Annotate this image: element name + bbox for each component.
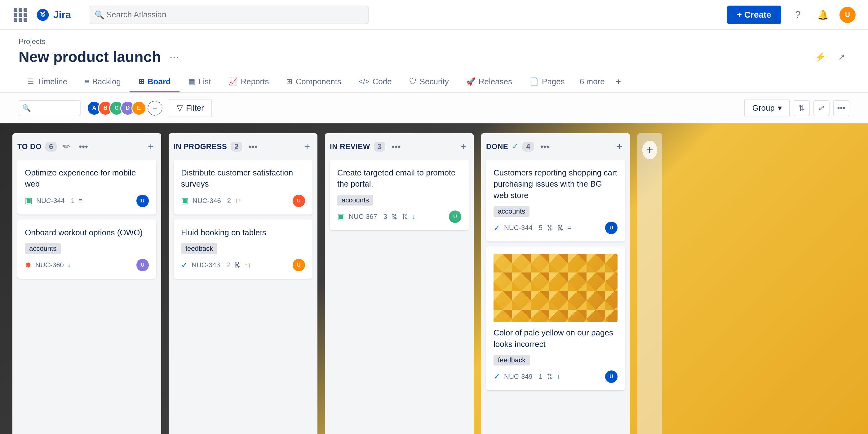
column-todo-add[interactable]: + bbox=[145, 140, 156, 153]
story-icon-2: ▣ bbox=[181, 196, 189, 206]
card-todo-1-count: 1 bbox=[71, 197, 75, 205]
lightning-icon: ⚡ bbox=[815, 52, 826, 62]
tab-pages[interactable]: 📄 Pages bbox=[521, 72, 574, 92]
card-todo-2-tag: accounts bbox=[25, 243, 61, 254]
notifications-button[interactable]: 🔔 bbox=[815, 7, 831, 23]
card-progress-2-tag: feedback bbox=[181, 243, 217, 254]
card-todo-2-avatar: U bbox=[136, 259, 149, 271]
story-icon: ▣ bbox=[25, 196, 33, 206]
search-input[interactable] bbox=[90, 6, 369, 24]
pages-icon: 📄 bbox=[529, 77, 539, 86]
jira-logo[interactable]: Jira bbox=[36, 8, 71, 22]
column-done-add[interactable]: + bbox=[614, 140, 625, 153]
column-in-review-add[interactable]: + bbox=[458, 140, 469, 153]
nav-left: Jira bbox=[12, 7, 71, 23]
board-search-icon: 🔍 bbox=[22, 104, 31, 112]
card-todo-1-footer: ▣ NUC-344 1 ≡ U bbox=[25, 195, 149, 207]
card-progress-2-avatar: U bbox=[292, 259, 305, 271]
column-in-progress-add[interactable]: + bbox=[302, 140, 312, 153]
group-button[interactable]: Group ▾ bbox=[744, 99, 790, 117]
card-done-1[interactable]: Customers reporting shopping cart purcha… bbox=[486, 160, 625, 242]
top-navigation: Jira 🔍 + Create ? 🔔 U bbox=[0, 0, 868, 30]
column-todo-more[interactable]: ••• bbox=[76, 141, 90, 153]
tab-components-label: Components bbox=[296, 77, 341, 87]
add-column-button[interactable]: + bbox=[642, 141, 657, 159]
column-todo-edit[interactable]: ✏ bbox=[60, 140, 72, 153]
tab-timeline[interactable]: ☰ Timeline bbox=[19, 72, 76, 92]
card-done-1-footer: ✓ NUC-344 5 ⛕ ⛕ = U bbox=[494, 222, 618, 234]
tab-pages-label: Pages bbox=[542, 77, 565, 87]
sliders-icon: ⇅ bbox=[798, 103, 805, 113]
avatar-filter-5[interactable]: E bbox=[131, 101, 146, 116]
lightning-button[interactable]: ⚡ bbox=[812, 49, 828, 65]
column-done-count: 4 bbox=[522, 142, 534, 152]
column-in-progress-more[interactable]: ••• bbox=[246, 141, 260, 153]
tab-components[interactable]: ⊞ Components bbox=[277, 72, 350, 92]
column-done: DONE ✓ 4 ••• + Customers reporting shopp… bbox=[481, 133, 630, 434]
tab-board[interactable]: ⊞ Board bbox=[130, 72, 180, 92]
card-todo-2-footer: ✸ NUC-360 ↓ U bbox=[25, 259, 149, 271]
card-progress-2-title: Fluid booking on tablets bbox=[181, 227, 305, 238]
card-done-2-image-inner bbox=[494, 254, 618, 322]
column-todo-header: TO DO 6 ✏ ••• + bbox=[18, 140, 156, 153]
filter-icon: ▽ bbox=[177, 103, 183, 113]
code-icon: </> bbox=[359, 77, 370, 86]
overflow-button[interactable]: ••• bbox=[833, 100, 849, 116]
card-todo-1[interactable]: Optimize experience for mobile web ▣ NUC… bbox=[18, 160, 156, 215]
help-button[interactable]: ? bbox=[790, 7, 806, 23]
board-toolbar: 🔍 A B C D E + ▽ Filter Group ▾ ⇅ ⤢ ••• bbox=[0, 93, 868, 123]
column-in-progress-title: IN PROGRESS bbox=[174, 142, 227, 151]
board-area: TO DO 6 ✏ ••• + Optimize experience for … bbox=[0, 123, 868, 434]
project-more-button[interactable]: ··· bbox=[166, 49, 183, 65]
card-done-2-title: Color of pale yellow on our pages looks … bbox=[494, 327, 618, 350]
tab-releases[interactable]: 🚀 Releases bbox=[458, 72, 521, 92]
settings-button[interactable]: ⇅ bbox=[794, 100, 810, 116]
column-in-progress-header: IN PROGRESS 2 ••• + bbox=[174, 140, 312, 153]
branch-icon-4: ⛕ bbox=[546, 224, 553, 232]
add-avatar-button[interactable]: + bbox=[148, 101, 162, 116]
user-avatar[interactable]: U bbox=[839, 7, 856, 23]
share-button[interactable]: ↗ bbox=[833, 49, 849, 65]
tab-backlog[interactable]: ≡ Backlog bbox=[76, 72, 130, 92]
card-done-2-footer: ✓ NUC-349 1 ⛕ ↓ U bbox=[494, 370, 618, 383]
more-tabs-button[interactable]: 6 more bbox=[574, 72, 611, 92]
card-review-1[interactable]: Create targeted email to promote the por… bbox=[330, 160, 469, 230]
fullscreen-button[interactable]: ⤢ bbox=[813, 100, 830, 116]
task-icon-2: ✓ bbox=[494, 223, 500, 233]
tab-reports-label: Reports bbox=[241, 77, 269, 87]
bell-icon: 🔔 bbox=[817, 9, 829, 20]
card-done-2-image bbox=[494, 254, 618, 322]
column-in-review-title: IN REVIEW bbox=[330, 142, 370, 151]
tab-list[interactable]: ▤ List bbox=[180, 72, 219, 92]
timeline-icon: ☰ bbox=[27, 77, 34, 86]
breadcrumb[interactable]: Projects bbox=[19, 37, 849, 46]
releases-icon: 🚀 bbox=[466, 77, 475, 86]
filter-button[interactable]: ▽ Filter bbox=[168, 99, 212, 117]
search-icon: 🔍 bbox=[95, 10, 104, 20]
card-todo-2-id: NUC-360 bbox=[35, 261, 64, 269]
tree-icon: ⛕ bbox=[401, 213, 408, 221]
card-review-1-count: 3 bbox=[383, 213, 387, 221]
card-progress-2[interactable]: Fluid booking on tablets feedback ✓ NUC-… bbox=[174, 219, 312, 279]
card-done-1-id: NUC-344 bbox=[504, 224, 533, 232]
add-tab-button[interactable]: + bbox=[611, 72, 626, 92]
tab-security[interactable]: 🛡 Security bbox=[401, 72, 458, 92]
tab-code[interactable]: </> Code bbox=[350, 72, 401, 92]
card-done-2[interactable]: Color of pale yellow on our pages looks … bbox=[486, 246, 625, 390]
column-in-review-more[interactable]: ••• bbox=[389, 141, 403, 153]
apps-menu-button[interactable] bbox=[12, 7, 29, 23]
backlog-icon: ≡ bbox=[85, 77, 89, 86]
create-button[interactable]: + Create bbox=[727, 6, 781, 24]
column-in-progress-count: 2 bbox=[230, 142, 242, 152]
tab-reports[interactable]: 📈 Reports bbox=[219, 72, 277, 92]
card-progress-1[interactable]: Distribute customer satisfaction surveys… bbox=[174, 160, 312, 215]
filter-label: Filter bbox=[186, 103, 204, 113]
card-done-1-avatar: U bbox=[605, 222, 618, 234]
card-progress-1-footer: ▣ NUC-346 2 ↑↑ U bbox=[181, 195, 305, 207]
column-done-more[interactable]: ••• bbox=[538, 141, 552, 153]
reports-icon: 📈 bbox=[228, 77, 238, 86]
card-todo-2[interactable]: Onboard workout options (OWO) accounts ✸… bbox=[18, 219, 156, 279]
card-todo-1-avatar: U bbox=[136, 195, 149, 207]
card-done-2-id: NUC-349 bbox=[504, 373, 533, 381]
card-done-2-avatar: U bbox=[605, 370, 618, 383]
